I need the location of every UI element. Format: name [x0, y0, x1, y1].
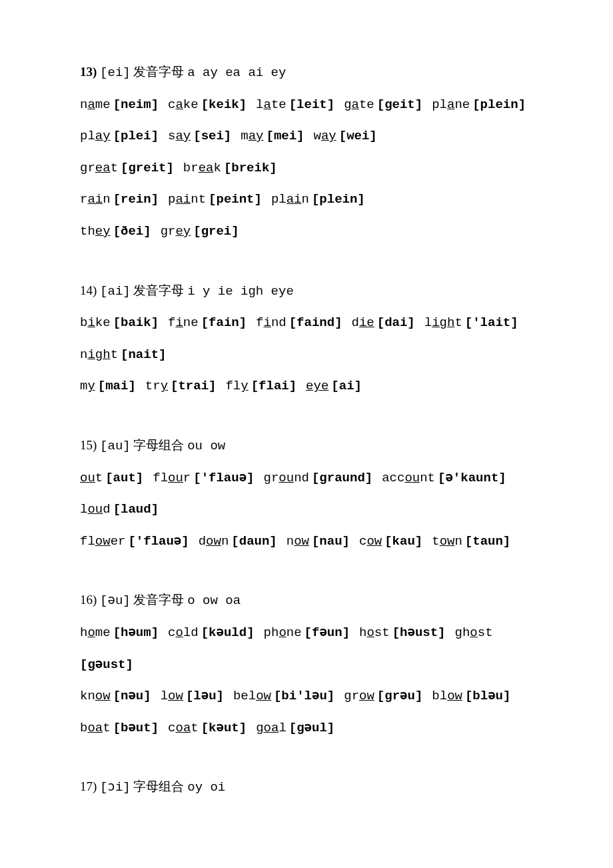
pronunciation: [aut] — [105, 471, 143, 485]
section-header: 17) [ɔi] 字母组合 oy oi — [80, 771, 533, 803]
example-word: say — [168, 129, 191, 143]
example-line: night[nait] — [80, 339, 533, 371]
example-word: grow — [344, 689, 374, 703]
example-word: ground — [264, 471, 309, 485]
example-word: plane — [432, 97, 470, 112]
pronunciation: [gəul] — [289, 721, 334, 735]
section-title-cjk: 发音字母 — [133, 593, 184, 607]
example-word: phone — [264, 625, 302, 640]
pronunciation: [kəuld] — [201, 625, 255, 640]
example-word: know — [80, 689, 111, 703]
section-header: 13) [ei] 发音字母 a ay ea ai ey — [80, 57, 533, 89]
example-line: home[həum]cold[kəuld]phone[fəun]host[həu… — [80, 617, 533, 649]
spelling-letters: a ay ea ai ey — [187, 65, 286, 80]
example-line: out[aut]flour['flauə]ground[graund]accou… — [80, 462, 533, 494]
example-word: may — [241, 129, 263, 143]
example-word: cow — [359, 534, 382, 549]
pronunciation: [peint] — [209, 192, 262, 207]
example-word: home — [80, 625, 111, 640]
example-word: host — [359, 625, 390, 640]
example-line: great[greit]break[breik] — [80, 152, 533, 184]
example-line: they[ðei]grey[grei] — [80, 215, 533, 247]
example-line: loud[laud] — [80, 493, 533, 525]
pronunciation: [nait] — [121, 347, 166, 362]
example-word: bike — [80, 315, 111, 330]
pronunciation: [taun] — [465, 534, 510, 549]
example-line: know[nəu]low[ləu]below[bi'ləu]grow[grəu]… — [80, 680, 533, 712]
example-word: name — [80, 97, 111, 112]
pronunciation: [plei] — [113, 129, 159, 143]
example-word: flour — [153, 471, 191, 485]
pronunciation: [rein] — [113, 192, 159, 207]
pronunciation: [fəun] — [305, 625, 350, 640]
ipa-sound: [ai] — [100, 284, 131, 299]
pronunciation: [graund] — [312, 471, 372, 485]
example-word: boat — [80, 721, 111, 735]
example-line: name[neim]cake[keik]late[leit]gate[geit]… — [80, 89, 533, 121]
pronunciation: [keik] — [201, 97, 247, 112]
example-word: my — [80, 379, 95, 393]
section-title-cjk: 发音字母 — [133, 283, 184, 297]
pronunciation: [wei] — [339, 129, 377, 143]
section-number: 14) — [80, 283, 97, 297]
pronunciation: [plein] — [312, 192, 365, 207]
example-line: my[mai]try[trai]fly[flai]eye[ai] — [80, 370, 533, 402]
pronunciation: [kəut] — [201, 721, 247, 735]
pronunciation: ['flauə] — [128, 534, 189, 549]
example-word: blow — [432, 689, 462, 703]
section-number: 16) — [80, 593, 97, 607]
example-word: find — [256, 315, 287, 330]
pronunciation: [nəu] — [113, 689, 151, 703]
pronunciation: [ə'kaunt] — [438, 471, 506, 485]
pronunciation: [baik] — [113, 315, 159, 330]
spelling-letters: oy oi — [187, 780, 225, 795]
pronunciation: [breik] — [224, 161, 277, 175]
ipa-sound: [au] — [100, 439, 131, 453]
pronunciation: [nau] — [312, 534, 350, 549]
pronunciation: [gəust] — [80, 657, 133, 672]
example-word: fine — [168, 315, 199, 330]
pronunciation: [grəu] — [377, 689, 422, 703]
section-header: 14) [ai] 发音字母 i y ie igh eye — [80, 275, 533, 307]
pronunciation: [trai] — [171, 379, 216, 393]
pronunciation: [ai] — [331, 379, 362, 393]
pronunciation: [greit] — [121, 161, 174, 175]
example-word: break — [183, 161, 221, 175]
example-word: plain — [271, 192, 309, 207]
section-number: 15) — [80, 438, 97, 452]
example-word: fly — [225, 379, 248, 393]
example-word: flower — [80, 534, 125, 549]
example-word: light — [424, 315, 462, 330]
pronunciation: [kau] — [384, 534, 422, 549]
pronunciation: [bləu] — [465, 689, 510, 703]
section-number: 13) — [80, 65, 97, 79]
example-word: way — [314, 129, 336, 143]
document-body: 13) [ei] 发音字母 a ay ea ai eyname[neim]cak… — [80, 57, 533, 803]
pronunciation: [plein] — [472, 97, 526, 112]
pronunciation: [neim] — [113, 97, 159, 112]
example-word: night — [80, 347, 118, 362]
example-line: play[plei]say[sei]may[mei]way[wei] — [80, 120, 533, 152]
example-word: cold — [168, 625, 199, 640]
pronunciation: [faind] — [289, 315, 342, 330]
spelling-letters: ou ow — [187, 439, 225, 453]
example-word: now — [287, 534, 309, 549]
pronunciation: [fain] — [201, 315, 247, 330]
pronunciation: [grei] — [193, 224, 239, 239]
example-line: boat[bəut]coat[kəut]goal[gəul] — [80, 712, 533, 744]
example-word: town — [432, 534, 462, 549]
example-line: [gəust] — [80, 649, 533, 681]
pronunciation: [ləu] — [186, 689, 224, 703]
example-word: play — [80, 129, 111, 143]
pronunciation: [həum] — [113, 625, 159, 640]
example-word: loud — [80, 502, 111, 517]
example-word: die — [352, 315, 374, 330]
spelling-letters: i y ie igh eye — [187, 284, 294, 299]
example-word: below — [233, 689, 271, 703]
example-word: late — [256, 97, 287, 112]
example-word: ghost — [455, 625, 493, 640]
example-word: gate — [344, 97, 374, 112]
example-word: cake — [168, 97, 199, 112]
example-word: coat — [168, 721, 199, 735]
pronunciation: ['flauə] — [193, 471, 254, 485]
